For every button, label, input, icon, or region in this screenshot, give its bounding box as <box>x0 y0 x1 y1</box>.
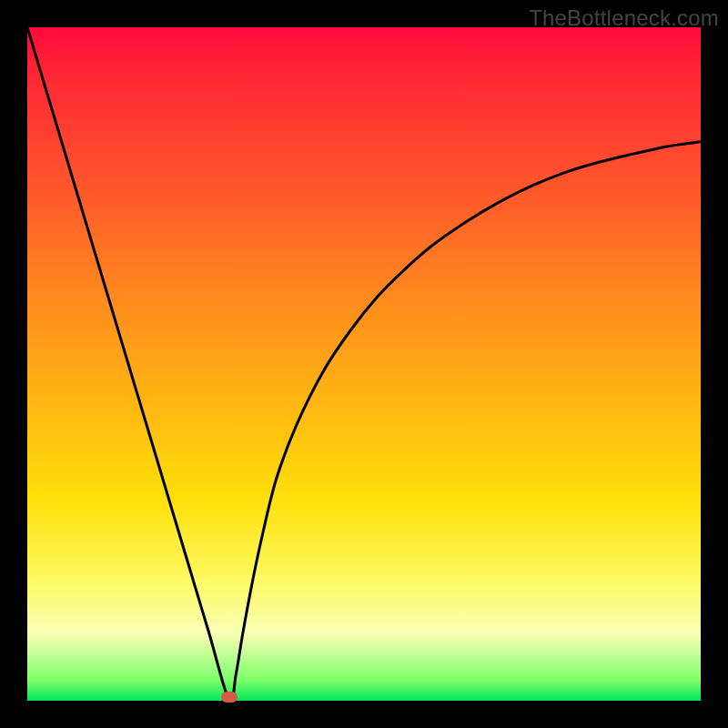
curve-minimum-marker <box>221 692 238 703</box>
curve-svg <box>27 27 701 701</box>
plot-area <box>27 27 701 701</box>
bottleneck-curve <box>27 27 701 701</box>
chart-frame: TheBottleneck.com <box>0 0 728 728</box>
